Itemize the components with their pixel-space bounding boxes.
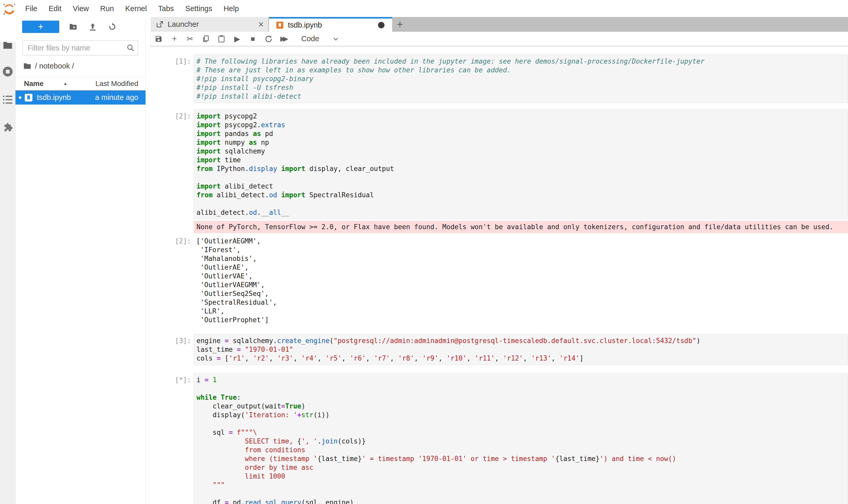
paste-icon[interactable]	[217, 34, 226, 44]
extensions-puzzle-icon[interactable]	[0, 122, 15, 132]
new-folder-icon[interactable]	[69, 23, 77, 31]
output-text: ['OutlierAEGMM', 'IForest', 'Mahalanobis…	[194, 235, 848, 326]
sort-ascending-icon[interactable]: ▲	[63, 81, 68, 86]
menu-item-kernel[interactable]: Kernel	[120, 4, 152, 13]
code-cell-running: [*]: i = 1 while True: clear_output(wait…	[151, 373, 848, 504]
stderr-text: None of PyTorch, TensorFlow >= 2.0, or F…	[197, 222, 848, 231]
menu-item-file[interactable]: File	[20, 4, 43, 13]
panel-splitter[interactable]	[145, 17, 151, 504]
run-icon[interactable]: ▶	[233, 34, 241, 44]
home-folder-icon	[23, 62, 32, 70]
input-prompt: [3]:	[151, 334, 194, 365]
stderr-output: None of PyTorch, TensorFlow >= 2.0, or F…	[194, 221, 848, 233]
input-prompt: [2]:	[151, 109, 194, 219]
jupyterlab-window: File Edit View Run Kernel Tabs Settings …	[0, 0, 848, 504]
file-browser-folder-icon[interactable]	[0, 41, 15, 50]
breadcrumb-path: / notebook /	[35, 62, 74, 70]
file-list-header: Name ▲ Last Modified	[15, 77, 145, 90]
breadcrumb[interactable]: / notebook /	[23, 62, 145, 70]
cell-type-value: Code	[301, 35, 319, 43]
filter-files-wrap	[22, 40, 139, 56]
notebook-scroll-area[interactable]: [1]: # The following libraries have alre…	[151, 46, 848, 504]
file-dirty-dot	[19, 96, 21, 99]
chevron-down-icon	[332, 36, 339, 42]
cell-editor[interactable]: import psycopg2import psycopg2.extrasimp…	[194, 109, 848, 219]
new-launcher-button[interactable]: +	[22, 21, 59, 33]
upload-icon[interactable]	[89, 23, 97, 31]
menu-item-edit[interactable]: Edit	[43, 4, 67, 13]
menu-item-run[interactable]: Run	[94, 4, 120, 13]
file-browser-panel: + / notebook / Name ▲ Last M	[15, 17, 145, 504]
menu-bar: File Edit View Run Kernel Tabs Settings …	[0, 0, 848, 17]
running-kernels-icon[interactable]	[0, 66, 15, 77]
cell-type-dropdown[interactable]: Code	[301, 35, 339, 43]
tab-launcher-label: Launcher	[168, 20, 199, 29]
notebook-file-icon	[24, 93, 33, 102]
menu-item-view[interactable]: View	[67, 4, 94, 13]
filter-files-input[interactable]	[22, 40, 138, 56]
execute-result-output: [2]: ['OutlierAEGMM', 'IForest', 'Mahala…	[151, 235, 848, 326]
tab-close-icon[interactable]: ×	[258, 21, 264, 28]
refresh-icon[interactable]	[108, 23, 116, 31]
output-prompt: [2]:	[151, 235, 194, 326]
jupyter-logo-icon	[3, 3, 16, 15]
file-last-modified: a minute ago	[95, 93, 138, 102]
code-cell-3: [3]: engine = sqlalchemy.create_engine("…	[151, 334, 848, 365]
save-icon[interactable]	[154, 34, 163, 44]
search-icon	[126, 44, 135, 52]
main-dock-panel: Launcher × tsdb.ipynb + + ✂	[151, 17, 848, 504]
tab-notebook-label: tsdb.ipynb	[288, 21, 322, 29]
dock-tab-bar: Launcher × tsdb.ipynb +	[151, 17, 848, 32]
cell-editor[interactable]: i = 1 while True: clear_output(wait=True…	[194, 373, 848, 504]
table-of-contents-icon[interactable]	[0, 95, 15, 104]
column-header-last-modified[interactable]: Last Modified	[95, 79, 138, 88]
tab-tsdb-notebook[interactable]: tsdb.ipynb	[269, 17, 392, 32]
tab-launcher[interactable]: Launcher ×	[151, 17, 269, 32]
code-cell-1: [1]: # The following libraries have alre…	[151, 55, 848, 103]
fast-forward-icon[interactable]: ▶▶	[280, 34, 289, 44]
file-browser-toolbar: +	[15, 21, 145, 33]
menu-item-help[interactable]: Help	[218, 4, 245, 13]
menu-item-tabs[interactable]: Tabs	[152, 4, 180, 13]
copy-icon[interactable]	[201, 34, 210, 44]
new-tab-button[interactable]: +	[392, 17, 408, 32]
insert-cell-icon[interactable]: +	[170, 34, 179, 44]
notebook-toolbar: + ✂ ▶ ■ ▶▶ Code	[151, 32, 848, 46]
cell-editor[interactable]: engine = sqlalchemy.create_engine("postg…	[194, 334, 848, 365]
activity-active-highlight	[0, 17, 15, 42]
stop-icon[interactable]: ■	[249, 34, 257, 44]
tab-dirty-indicator[interactable]	[378, 22, 384, 28]
launcher-icon	[156, 21, 164, 28]
input-prompt-busy: [*]:	[151, 373, 194, 504]
code-cell-2: [2]: import psycopg2import psycopg2.extr…	[151, 109, 848, 219]
column-header-name[interactable]: Name	[24, 79, 43, 88]
menu-item-settings[interactable]: Settings	[180, 4, 218, 13]
restart-kernel-icon[interactable]	[264, 34, 273, 44]
cut-icon[interactable]: ✂	[186, 34, 194, 44]
input-prompt: [1]:	[151, 55, 194, 103]
notebook-tab-icon	[276, 21, 284, 29]
cell-editor[interactable]: # The following libraries have already b…	[194, 55, 848, 103]
file-name: tsdb.ipynb	[37, 93, 71, 102]
menu-items: File Edit View Run Kernel Tabs Settings …	[20, 4, 245, 13]
file-row-tsdb-ipynb[interactable]: tsdb.ipynb a minute ago	[15, 90, 145, 105]
activity-bar	[0, 17, 15, 504]
